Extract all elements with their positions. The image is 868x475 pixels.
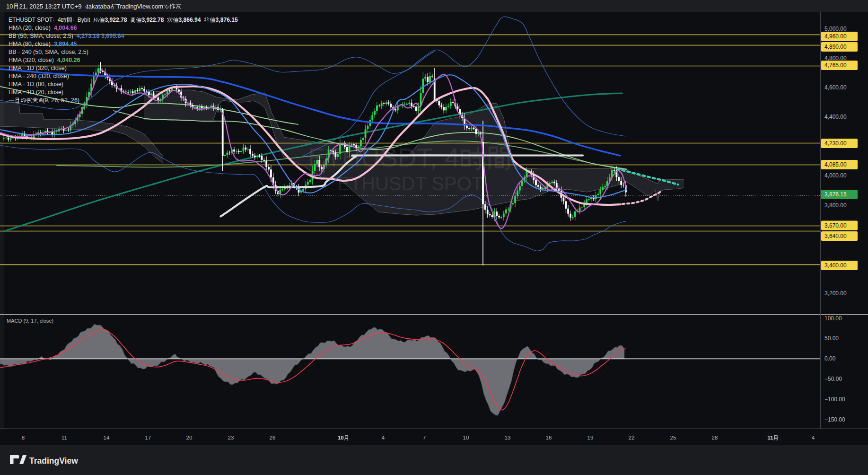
- svg-text:HMA · 1D (320, close): HMA · 1D (320, close): [9, 65, 67, 71]
- svg-text:16: 16: [546, 435, 552, 440]
- svg-text:4,040.26: 4,040.26: [57, 57, 80, 63]
- svg-text:4: 4: [812, 435, 815, 440]
- svg-text:HMA (320, close): HMA (320, close): [9, 57, 54, 63]
- svg-text:Bybit: Bybit: [78, 17, 91, 23]
- svg-text:20: 20: [186, 435, 193, 440]
- svg-text:8: 8: [22, 435, 25, 440]
- svg-text:7: 7: [423, 435, 426, 440]
- svg-text:100.00: 100.00: [824, 315, 842, 322]
- svg-text:HMA (80, close): HMA (80, close): [9, 41, 51, 47]
- svg-text:4,000.00: 4,000.00: [824, 172, 847, 179]
- svg-text:ETHUSDT SPOT: ETHUSDT SPOT: [9, 17, 53, 23]
- svg-text:14: 14: [104, 435, 110, 440]
- svg-text:11: 11: [61, 435, 67, 440]
- svg-text:·: ·: [53, 17, 54, 23]
- svg-text:takataba: takataba: [87, 3, 111, 10]
- svg-text:11: 11: [767, 435, 773, 440]
- svg-text:4,890.00: 4,890.00: [824, 44, 847, 50]
- svg-text:22: 22: [629, 435, 635, 440]
- svg-text:3,866.94: 3,866.94: [179, 17, 201, 23]
- svg-text:3,922.78: 3,922.78: [142, 17, 164, 23]
- svg-text:4,765.00: 4,765.00: [824, 62, 847, 69]
- svg-text:25: 25: [670, 435, 676, 440]
- svg-text:·: ·: [72, 17, 74, 23]
- svg-text:3,200.00: 3,200.00: [824, 290, 847, 297]
- svg-text:HMA · 1D (80, close): HMA · 1D (80, close): [9, 81, 63, 88]
- svg-text:4,800.00: 4,800.00: [824, 55, 847, 62]
- svg-text:3,400.00: 3,400.00: [824, 262, 847, 269]
- svg-text:3,876.15: 3,876.15: [216, 17, 238, 23]
- svg-text:23: 23: [228, 435, 234, 440]
- svg-text:0.00: 0.00: [824, 355, 836, 362]
- svg-text:BB · 240 (50, SMA, close, 2.5): BB · 240 (50, SMA, close, 2.5): [9, 49, 88, 55]
- svg-text:5,000.00: 5,000.00: [824, 26, 847, 32]
- svg-text:4,230.00: 4,230.00: [824, 140, 847, 147]
- svg-text:HMA · 1D (20, close): HMA · 1D (20, close): [9, 89, 63, 96]
- svg-text:4: 4: [382, 435, 385, 440]
- svg-text:TradingView: TradingView: [29, 456, 78, 466]
- svg-text:−100.00: −100.00: [824, 396, 845, 403]
- svg-text:−150.00: −150.00: [824, 416, 845, 423]
- svg-text:(9, 26, 52, 26): (9, 26, 52, 26): [43, 97, 79, 104]
- svg-text:10: 10: [338, 435, 344, 440]
- svg-text:−50.00: −50.00: [824, 376, 842, 382]
- svg-text:BB (50, SMA, close, 2.5): BB (50, SMA, close, 2.5): [9, 33, 73, 39]
- svg-text:10: 10: [6, 3, 13, 10]
- svg-text:26: 26: [270, 435, 276, 440]
- svg-text:21, 2025 13:27 UTC+9: 21, 2025 13:27 UTC+9: [19, 3, 82, 10]
- svg-text:3,922.78: 3,922.78: [105, 17, 127, 23]
- svg-text:HMA · 240 (320, close): HMA · 240 (320, close): [9, 73, 69, 79]
- svg-text:28: 28: [712, 435, 718, 440]
- svg-text:4,004.66: 4,004.66: [54, 25, 77, 31]
- svg-text:4,400.00: 4,400.00: [824, 114, 847, 120]
- svg-text:13: 13: [505, 435, 511, 440]
- svg-text:10: 10: [463, 435, 469, 440]
- svg-text:19: 19: [587, 435, 594, 440]
- svg-text:TradingView.com: TradingView.com: [116, 3, 163, 10]
- svg-text:MACD (9, 17, close): MACD (9, 17, close): [7, 318, 53, 324]
- svg-text:4,960.00: 4,960.00: [824, 33, 847, 40]
- svg-text:17: 17: [145, 435, 151, 440]
- svg-text:HMA (20, close): HMA (20, close): [9, 25, 51, 31]
- svg-text:3,876.15: 3,876.15: [824, 191, 847, 198]
- svg-text:3,670.00: 3,670.00: [824, 222, 847, 229]
- svg-text:3,800.00: 3,800.00: [824, 202, 847, 209]
- svg-text:4: 4: [58, 17, 61, 23]
- svg-text:4,085.00: 4,085.00: [824, 161, 847, 168]
- svg-text:3,894.45: 3,894.45: [54, 41, 77, 47]
- svg-text:4,600.00: 4,600.00: [824, 84, 847, 91]
- svg-text:3,640.00: 3,640.00: [824, 233, 847, 239]
- svg-text:50.00: 50.00: [824, 335, 839, 342]
- svg-text:4,273.18 3,695.84: 4,273.18 3,695.84: [77, 33, 124, 39]
